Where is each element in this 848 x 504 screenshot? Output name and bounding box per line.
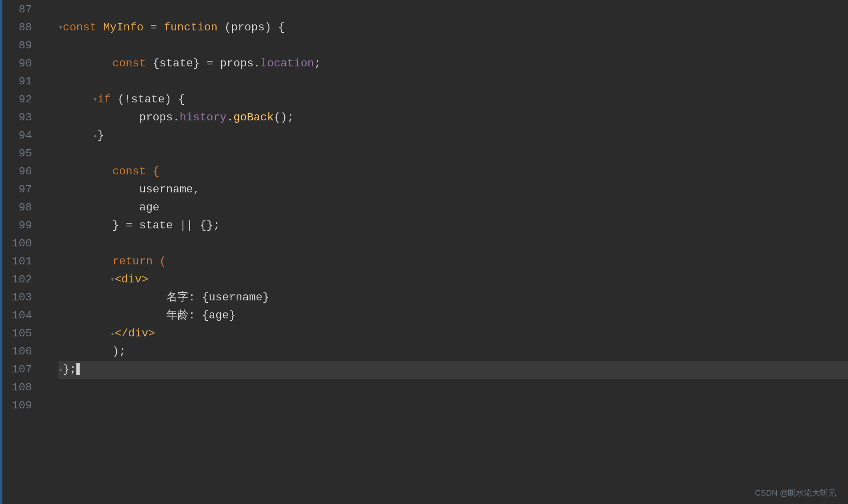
gutter-row [38,288,50,306]
editor: 8788899091929394959697989910010110210310… [0,0,848,504]
code-line [58,379,848,397]
code-line [58,235,848,253]
code-line: ▴} [58,127,848,145]
token: {state} [153,55,200,73]
code-line [58,145,848,163]
gutter-row [38,198,50,216]
line-number: 92 [2,91,32,109]
gutter-row [38,36,50,54]
code-line: ▾<div> [58,271,848,289]
line-number: 105 [2,325,32,343]
gutter-row [38,342,50,360]
gutter-row [38,216,50,234]
token: if [97,91,117,109]
gutter-row [38,108,50,126]
code-line [58,397,848,415]
gutter-row [38,360,50,378]
code-area: ▾const MyInfo = function (props) { const… [50,0,848,504]
token: username, [58,181,200,199]
code-line: ▾const MyInfo = function (props) { [58,19,848,37]
watermark: CSDN @断水流大斩兄 [755,486,836,499]
code-line: const { [58,163,848,181]
code-line [58,37,848,55]
token: } = state || {}; [58,217,220,235]
line-number: 88 [2,19,32,37]
line-number: 104 [2,307,32,325]
token: ▾ [58,94,97,106]
token: MyInfo [103,19,144,37]
code-line: age [58,199,848,217]
code-line: const {state} = props.location; [58,55,848,73]
token: history [179,109,227,127]
line-number: 108 [2,379,32,397]
token: const [63,19,103,37]
line-number: 96 [2,163,32,181]
gutter-row [38,0,50,18]
token: ▾ [58,22,63,34]
token: = props. [200,55,260,73]
gutter-row [38,378,50,396]
code-line [58,1,848,19]
gutter [38,0,50,504]
gutter-row [38,90,50,108]
line-number: 98 [2,199,32,217]
line-number: 101 [2,253,32,271]
token: = [144,19,164,37]
code-line [58,73,848,91]
line-number: 102 [2,271,32,289]
code-line: return ( [58,253,848,271]
token: <div> [115,271,148,289]
line-number: 93 [2,109,32,127]
line-number: 100 [2,235,32,253]
gutter-row [38,72,50,90]
token: (); [274,109,294,127]
gutter-row [38,306,50,324]
token: const [58,55,153,73]
line-number: 109 [2,397,32,415]
line-number: 106 [2,343,32,361]
token: props. [58,109,179,127]
gutter-row [38,54,50,72]
line-number: 90 [2,55,32,73]
token: 年龄: {age} [58,307,235,325]
code-line: username, [58,181,848,199]
token: . [227,109,233,127]
code-line: 名字: {username} [58,289,848,307]
line-number: 95 [2,145,32,163]
line-number: 89 [2,37,32,55]
gutter-row [38,252,50,270]
token: const { [58,163,159,181]
line-number: 97 [2,181,32,199]
line-number: 94 [2,127,32,145]
code-line: } = state || {}; [58,217,848,235]
token: ▾ [58,274,115,286]
gutter-row [38,324,50,342]
token: goBack [233,109,274,127]
code-line: ▴};▌ [58,361,848,379]
left-accent-bar [0,0,2,504]
line-number: 103 [2,289,32,307]
token: return ( [58,253,166,271]
line-number: 91 [2,73,32,91]
line-number: 87 [2,1,32,19]
code-line: ▾if (!state) { [58,91,848,109]
gutter-row [38,396,50,414]
code-line: props.history.goBack(); [58,109,848,127]
gutter-row [38,180,50,198]
token: } [97,127,104,145]
line-number: 99 [2,217,32,235]
line-number: 107 [2,361,32,379]
gutter-row [38,18,50,36]
gutter-row [38,270,50,288]
code-line: 年龄: {age} [58,307,848,325]
token: (!state) { [118,91,185,109]
gutter-row [38,126,50,144]
code-line: ); [58,343,848,361]
token: ; [314,55,321,73]
token: (props) { [217,19,285,37]
token: age [58,199,159,217]
gutter-row [38,144,50,162]
token: ); [58,343,126,361]
token: ▴ [58,130,97,142]
gutter-row [38,234,50,252]
